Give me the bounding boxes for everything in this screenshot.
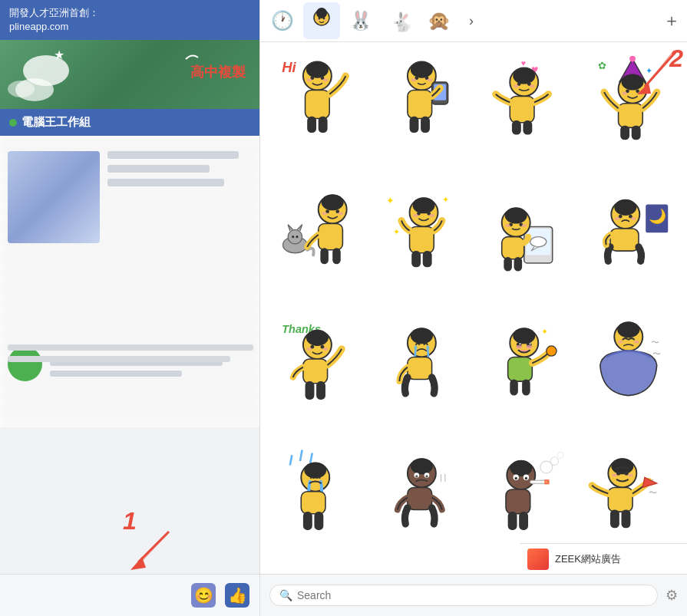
avatar-block <box>8 151 100 243</box>
svg-point-122 <box>516 345 522 349</box>
tabs-arrow[interactable]: › <box>460 2 483 39</box>
svg-point-61 <box>322 212 327 215</box>
bottom-toolbar: 😊 👍 <box>0 574 261 616</box>
svg-point-6 <box>324 19 327 21</box>
sticker-tab-history[interactable]: 🕐 <box>264 2 301 39</box>
sticker-angry-bird-arms[interactable]: 〜 〜 <box>580 440 681 542</box>
svg-point-133 <box>634 341 639 344</box>
sticker-sick-wrapped[interactable]: 〜 〜 <box>580 310 681 411</box>
svg-rect-170 <box>608 488 633 512</box>
svg-point-48 <box>622 91 627 94</box>
search-input[interactable] <box>297 589 648 601</box>
svg-point-165 <box>611 459 633 475</box>
feed-line-2 <box>107 165 210 173</box>
svg-point-167 <box>624 472 628 476</box>
svg-point-5 <box>316 19 319 21</box>
svg-point-104 <box>306 348 312 351</box>
sticker-thinking-sparkle[interactable]: ✦ ✦ ✦ <box>371 179 472 280</box>
svg-point-97 <box>631 217 636 220</box>
sticker-thanks-wave[interactable]: Thanks <box>266 310 368 411</box>
sticker-crying-rain[interactable] <box>266 440 368 542</box>
svg-rect-39 <box>523 120 532 134</box>
bird-icon <box>184 51 200 67</box>
sticker-smoking-ghost[interactable] <box>475 440 576 542</box>
svg-point-123 <box>526 345 532 349</box>
svg-text:Hi: Hi <box>282 58 296 74</box>
svg-text:✿: ✿ <box>598 59 606 71</box>
svg-point-58 <box>321 194 343 210</box>
sticker-cat-friend[interactable] <box>266 179 368 280</box>
svg-point-166 <box>616 472 620 476</box>
sticker-phone-selfie[interactable] <box>371 48 472 150</box>
gear-icon[interactable]: ⚙ <box>666 587 678 604</box>
sticker-eating-sparkle-svg: ✦ ✦ <box>481 315 572 406</box>
svg-point-121 <box>529 343 530 344</box>
svg-rect-106 <box>303 359 328 384</box>
svg-rect-127 <box>522 380 530 396</box>
sticker-birthday-hat[interactable]: ✿ ✦ <box>580 48 681 150</box>
sticker-tab-girl[interactable] <box>303 2 340 39</box>
small-line-2 <box>50 371 182 377</box>
svg-point-43 <box>629 55 636 61</box>
svg-text:✦: ✦ <box>646 66 652 75</box>
svg-rect-138 <box>314 512 323 530</box>
green-banner: 高中複製 <box>0 40 261 109</box>
search-box[interactable]: 🔍 <box>269 585 658 606</box>
svg-rect-136 <box>301 492 325 514</box>
thumb-icon: 👍 <box>228 586 247 604</box>
sticker-eating-sparkle[interactable]: ✦ ✦ <box>475 310 576 411</box>
svg-point-54 <box>288 229 302 243</box>
svg-point-152 <box>514 477 517 479</box>
svg-point-82 <box>504 207 527 223</box>
svg-rect-38 <box>512 120 521 134</box>
top-bar-line2: plineapp.com <box>9 20 252 34</box>
svg-text:✦: ✦ <box>541 327 548 336</box>
svg-point-2 <box>316 8 327 18</box>
online-dot <box>9 119 17 127</box>
svg-rect-17 <box>318 116 327 132</box>
svg-point-14 <box>322 78 328 81</box>
feed-line-extra2 <box>8 356 230 362</box>
svg-point-101 <box>306 330 328 346</box>
sticker-grid: Hi <box>260 42 687 574</box>
svg-rect-147 <box>408 488 432 510</box>
svg-point-112 <box>426 345 429 351</box>
sticker-hi-wave-svg: Hi <box>272 54 363 145</box>
sticker-tablet-chat[interactable] <box>475 179 576 280</box>
sticker-phone-selfie-svg <box>376 54 467 145</box>
zeek-avatar <box>527 548 549 570</box>
sticker-tab-bunny2[interactable]: 🐇 <box>381 2 418 39</box>
sticker-hi-wave[interactable]: Hi <box>266 48 368 150</box>
girl-tab-icon <box>308 7 335 35</box>
svg-rect-27 <box>409 116 418 132</box>
svg-point-49 <box>638 91 643 94</box>
svg-point-32 <box>513 68 535 84</box>
top-bar: 開發人才亞洲首創： plineapp.com <box>0 0 261 40</box>
svg-point-56 <box>296 236 298 238</box>
svg-rect-50 <box>618 103 642 127</box>
sticker-tab-monkey[interactable]: 🙊 <box>421 2 457 39</box>
sticker-tab-bunny1[interactable]: 🐰 <box>342 2 379 39</box>
thumb-button[interactable]: 👍 <box>225 583 249 608</box>
feed-text-lines <box>107 151 253 193</box>
sticker-thinking-sparkle-svg: ✦ ✦ ✦ <box>376 184 467 275</box>
sticker-dark-sitting[interactable]: | | <box>371 440 472 542</box>
group-header: 電腦王工作組 <box>0 109 261 136</box>
svg-point-70 <box>412 197 434 213</box>
sticker-crying-sad[interactable] <box>371 310 472 411</box>
sticker-sitting-scared[interactable]: 🌙 <box>580 179 681 280</box>
smiley-button[interactable]: 😊 <box>191 583 216 608</box>
svg-point-23 <box>427 78 432 81</box>
sticker-birthday-heart[interactable]: ♥ ♥ <box>475 48 576 150</box>
svg-text:〜: 〜 <box>652 350 661 359</box>
svg-point-96 <box>615 217 620 220</box>
svg-rect-63 <box>318 223 342 249</box>
sticker-sitting-scared-svg: 🌙 <box>585 184 676 275</box>
svg-point-22 <box>411 78 416 81</box>
svg-rect-65 <box>332 248 341 264</box>
tabs-plus[interactable]: ＋ <box>660 2 683 39</box>
svg-rect-137 <box>303 512 312 530</box>
svg-point-55 <box>292 236 294 238</box>
svg-text:✦: ✦ <box>393 227 400 236</box>
svg-rect-88 <box>504 257 512 271</box>
